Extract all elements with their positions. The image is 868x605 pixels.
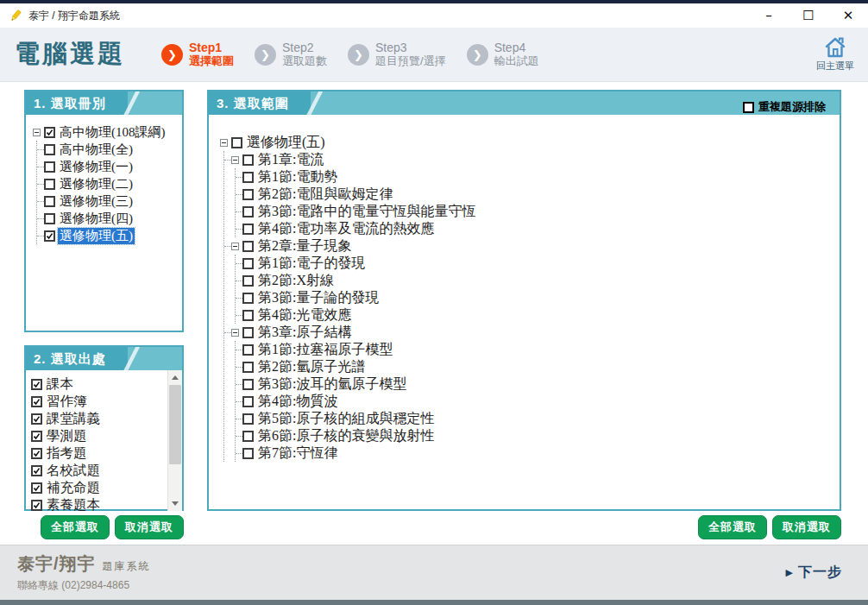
tree-row: 選修物理(一) (37, 158, 182, 175)
source-list-item[interactable]: 習作簿 (31, 393, 182, 410)
tree-item-label[interactable]: 第5節:原子核的組成與穩定性 (256, 410, 436, 428)
dedupe-checkbox-row[interactable]: 重複題源排除 (743, 99, 826, 115)
footer-brand-name: 泰宇/翔宇 (17, 552, 96, 576)
source-checkbox[interactable] (31, 500, 42, 511)
source-list-item[interactable]: 名校試題 (31, 462, 182, 479)
tree-checkbox[interactable] (242, 258, 254, 269)
tree-item-label[interactable]: 選修物理(三) (58, 193, 135, 210)
tree-branch-line (224, 160, 231, 161)
source-scrollbar[interactable] (167, 370, 182, 511)
tree-item-label[interactable]: 第1節:電動勢 (256, 168, 339, 186)
tree-item-label[interactable]: 第2節:X射線 (256, 272, 336, 290)
close-button[interactable]: ✕ (828, 3, 868, 28)
tree-expander-icon[interactable] (231, 156, 239, 164)
tree-item-label[interactable]: 選修物理(五) (245, 134, 327, 152)
tree-item-label[interactable]: 選修物理(一) (58, 159, 135, 175)
tree-checkbox[interactable] (242, 189, 254, 200)
tree-checkbox[interactable] (242, 154, 254, 166)
tree-item-label[interactable]: 第3章:原子結構 (256, 324, 353, 342)
tree-checkbox[interactable] (242, 293, 254, 304)
maximize-button[interactable]: ☐ (789, 3, 828, 28)
tree-checkbox[interactable] (242, 448, 254, 459)
source-checkbox[interactable] (31, 396, 42, 407)
tree-checkbox[interactable] (44, 127, 55, 138)
tree-checkbox[interactable] (242, 379, 254, 390)
tree-item-label[interactable]: 第2章:量子現象 (256, 237, 353, 255)
source-list-item[interactable]: 課本 (31, 375, 182, 393)
tree-item-label[interactable]: 第3節:量子論的發現 (256, 289, 381, 307)
tree-item-label[interactable]: 選修物理(五) (58, 228, 135, 244)
source-checkbox[interactable] (31, 413, 42, 425)
home-button[interactable]: 回主選單 (813, 34, 858, 75)
dedupe-checkbox[interactable] (743, 102, 754, 113)
tree-item-label[interactable]: 第3節:電路中的電量守恆與能量守恆 (256, 203, 477, 221)
step-arrow-icon: ❯ (467, 44, 488, 66)
step-name: Step2 (282, 41, 327, 54)
tree-item-label[interactable]: 第1章:電流 (256, 151, 325, 169)
source-checkbox[interactable] (31, 448, 42, 459)
home-icon (823, 36, 847, 59)
tree-checkbox[interactable] (44, 144, 55, 155)
source-list-item[interactable]: 素養題本 (31, 496, 182, 514)
window-controls: – ☐ ✕ (749, 3, 868, 28)
tree-checkbox[interactable] (242, 396, 254, 407)
tree-expander-icon[interactable] (33, 129, 41, 136)
tree-item-label[interactable]: 第4節:光電效應 (256, 306, 353, 325)
source-select-all-button[interactable]: 全部選取 (41, 515, 110, 539)
source-item-label: 課本 (45, 375, 75, 394)
tree-item-label[interactable]: 高中物理(全) (58, 142, 135, 158)
tree-expander-icon[interactable] (231, 243, 239, 250)
tree-item-label[interactable]: 第4節:電功率及電流的熱效應 (256, 220, 436, 238)
step-arrow-icon: ❯ (348, 44, 369, 66)
tree-item-label[interactable]: 第3節:波耳的氫原子模型 (256, 375, 408, 394)
tree-item-label[interactable]: 第2節:電阻與歐姆定律 (256, 186, 394, 204)
tree-item-label[interactable]: 第6節:原子核的衰變與放射性 (256, 427, 436, 445)
tree-expander-icon[interactable] (220, 139, 228, 147)
source-checkbox[interactable] (31, 482, 42, 494)
source-list-item[interactable]: 補充命題 (31, 479, 182, 496)
source-list-item[interactable]: 學測題 (31, 427, 182, 444)
step-arrow-icon: ❯ (255, 44, 276, 66)
tree-item-label[interactable]: 高中物理(108課綱) (58, 124, 167, 141)
tree-checkbox[interactable] (242, 310, 254, 321)
scroll-up-button[interactable] (168, 370, 182, 385)
tree-checkbox[interactable] (242, 431, 254, 442)
tree-checkbox[interactable] (44, 179, 55, 190)
tree-checkbox[interactable] (44, 161, 55, 173)
tree-checkbox[interactable] (242, 362, 254, 373)
titlebar[interactable]: 泰宇 / 翔宇命題系統 – ☐ ✕ (0, 3, 868, 28)
source-list-item[interactable]: 指考題 (31, 444, 182, 462)
tree-item-label[interactable]: 選修物理(二) (58, 176, 135, 192)
range-deselect-button[interactable]: 取消選取 (772, 515, 841, 539)
tree-item-label[interactable]: 選修物理(四) (58, 211, 135, 227)
tree-checkbox[interactable] (242, 224, 254, 235)
minimize-button[interactable]: – (749, 3, 789, 28)
tree-checkbox[interactable] (242, 327, 254, 338)
tree-item-label[interactable]: 第1節:電子的發現 (256, 255, 367, 273)
tree-checkbox[interactable] (242, 172, 254, 183)
tree-item-label[interactable]: 第1節:拉塞福原子模型 (256, 341, 394, 359)
source-list-item[interactable]: 課堂講義 (31, 410, 182, 427)
tree-item-label[interactable]: 第2節:氫原子光譜 (256, 358, 367, 376)
range-select-all-button[interactable]: 全部選取 (698, 515, 767, 539)
tree-expander-icon[interactable] (231, 329, 239, 337)
tree-item-label[interactable]: 第4節:物質波 (256, 393, 339, 411)
tree-checkbox[interactable] (231, 137, 242, 148)
scroll-down-button[interactable] (168, 496, 182, 511)
scrollbar-thumb[interactable] (169, 385, 181, 464)
tree-checkbox[interactable] (44, 230, 55, 242)
tree-checkbox[interactable] (44, 213, 55, 224)
source-deselect-button[interactable]: 取消選取 (115, 515, 184, 539)
source-checkbox[interactable] (31, 379, 42, 390)
tree-checkbox[interactable] (242, 241, 254, 252)
tree-checkbox[interactable] (242, 413, 254, 425)
tree-checkbox[interactable] (44, 196, 55, 207)
next-step-button[interactable]: ▶ 下一步 (786, 564, 842, 582)
tree-checkbox[interactable] (242, 275, 254, 287)
tree-item-label[interactable]: 第7節:守恆律 (256, 444, 339, 463)
source-checkbox[interactable] (31, 465, 42, 476)
scrollbar-track[interactable] (168, 385, 182, 496)
source-checkbox[interactable] (31, 431, 42, 442)
tree-checkbox[interactable] (242, 344, 254, 356)
tree-checkbox[interactable] (242, 206, 254, 217)
